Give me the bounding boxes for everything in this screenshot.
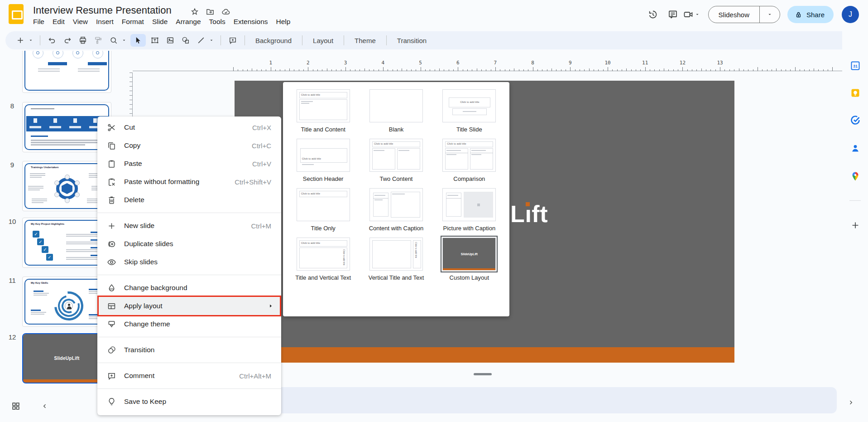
redo-button[interactable] [61,34,74,47]
context-item-cut[interactable]: CutCtrl+X [97,118,281,136]
line-caret-icon[interactable] [208,34,215,47]
comment-history-icon[interactable] [663,5,683,24]
context-item-change-theme[interactable]: Change theme [97,315,281,333]
layout-label: Section Header [287,175,360,182]
slide-thumbnail-partial[interactable] [22,51,111,93]
ruler-tick [659,69,660,71]
context-item-apply-layout[interactable]: Apply layout [97,297,281,315]
ruler-tick [724,69,725,71]
slides-logo-icon[interactable] [9,4,24,24]
ruler-tick [505,69,505,71]
ruler-tick [537,69,538,71]
zoom-button[interactable] [107,34,120,47]
theme-button[interactable]: Theme [348,34,382,47]
context-item-copy[interactable]: CopyCtrl+C [97,136,281,155]
new-slide-caret-icon[interactable] [27,34,34,47]
context-item-change-background[interactable]: Change background [97,279,281,297]
calendar-icon[interactable]: 31 [849,60,861,72]
menu-extensions[interactable]: Extensions [230,17,272,27]
ruler-tick [622,69,622,71]
context-item-transition[interactable]: Transition [97,341,281,359]
context-item-paste-without-formatting[interactable]: Paste without formattingCtrl+Shift+V [97,173,281,191]
tasks-icon[interactable] [849,114,861,126]
context-item-duplicate-slides[interactable]: Duplicate slides [97,235,281,253]
insert-shape-button[interactable] [179,34,192,47]
zoom-caret-icon[interactable] [120,34,128,47]
context-item-skip-slides[interactable]: Skip slides [97,253,281,271]
layout-option-comparison[interactable]: Click to add titleComparison [433,139,506,182]
avatar[interactable]: J [842,6,859,23]
collapse-rail-icon[interactable] [847,398,855,407]
ruler-tick [407,69,407,71]
select-tool-button[interactable] [130,34,146,47]
context-item-new-slide[interactable]: New slideCtrl+M [97,217,281,235]
print-button[interactable] [77,34,89,47]
context-item-comment[interactable]: CommentCtrl+Alt+M [97,367,281,385]
layout-thumbnail [442,188,496,221]
ruler-tick [463,69,463,71]
topbar-right: Slideshow Share J [643,0,859,29]
layout-option-title-and-content[interactable]: Click to add titleTitle and Content [287,89,360,133]
layout-option-title-and-vertical-text[interactable]: Click to add titleClick to add titleTitl… [287,238,360,281]
context-item-paste[interactable]: PasteCtrl+V [97,155,281,173]
meet-button[interactable] [683,9,701,20]
add-panel-icon[interactable] [849,219,861,231]
duplicate-icon [106,239,116,249]
contacts-icon[interactable] [849,142,861,154]
ruler-tick [331,69,332,71]
insert-line-button[interactable] [195,34,207,47]
ruler-tick [453,69,454,71]
ruler-tick [449,69,449,71]
layout-button[interactable]: Layout [307,34,340,47]
insert-image-button[interactable] [164,34,177,47]
layout-option-section-header[interactable]: Click to add titleSection Header [287,139,360,182]
ruler-tick [598,69,599,71]
slideshow-button[interactable]: Slideshow [709,6,760,23]
menu-insert[interactable]: Insert [92,17,118,27]
transition-button[interactable]: Transition [391,34,433,47]
ruler-tick [640,69,641,71]
keep-icon[interactable] [849,87,861,99]
paint-format-button[interactable] [92,34,105,47]
context-item-save-to-keep[interactable]: Save to Keep [97,393,281,411]
document-title[interactable]: Interview Resume Presentation [33,5,172,16]
background-button[interactable]: Background [249,34,298,47]
menu-edit[interactable]: Edit [48,17,69,27]
new-slide-button[interactable] [14,34,27,47]
ruler-tick [603,69,604,71]
layout-option-picture-with-caption[interactable]: Picture with Caption [433,188,506,232]
layout-option-vertical-title-and-text[interactable]: Click to add titleVertical Title and Tex… [360,238,432,281]
layout-option-blank[interactable]: Blank [360,89,432,133]
insert-comment-button[interactable] [226,34,239,47]
undo-button[interactable] [46,34,58,47]
layout-option-two-content[interactable]: Click to add titleTwo Content [360,139,432,182]
layout-option-content-with-caption[interactable]: Content with Caption [360,188,432,232]
star-icon[interactable] [190,7,199,16]
menu-view[interactable]: View [69,17,92,27]
grid-view-icon[interactable] [11,401,21,411]
layout-option-custom-layout[interactable]: SlideUpLiftCustom Layout [433,238,506,281]
menu-format[interactable]: Format [118,17,148,27]
ruler-tick [523,69,524,71]
layout-thumbnail [369,89,423,122]
text-box-button[interactable] [149,34,161,47]
menu-file[interactable]: File [29,17,48,27]
cloud-saved-icon[interactable] [221,7,231,16]
ruler-tick [275,69,276,71]
toolbar-separator [40,35,40,45]
version-history-icon[interactable] [643,5,663,24]
layout-option-title-slide[interactable]: Click to add titleTitle Slide [433,89,506,133]
speaker-notes-drag-handle[interactable] [474,373,492,375]
menu-help[interactable]: Help [272,17,295,27]
maps-icon[interactable] [849,170,861,182]
share-button[interactable]: Share [787,6,834,23]
context-item-delete[interactable]: Delete [97,191,281,209]
move-folder-icon[interactable] [206,7,215,16]
layout-option-title-only[interactable]: Click to add titleTitle Only [287,188,360,232]
menu-slide[interactable]: Slide [148,17,172,27]
slideshow-options-button[interactable] [760,6,780,23]
collapse-filmstrip-icon[interactable] [41,402,49,410]
menu-arrange[interactable]: Arrange [172,17,205,27]
menu-tools[interactable]: Tools [205,17,230,27]
ruler-tick [271,67,271,71]
